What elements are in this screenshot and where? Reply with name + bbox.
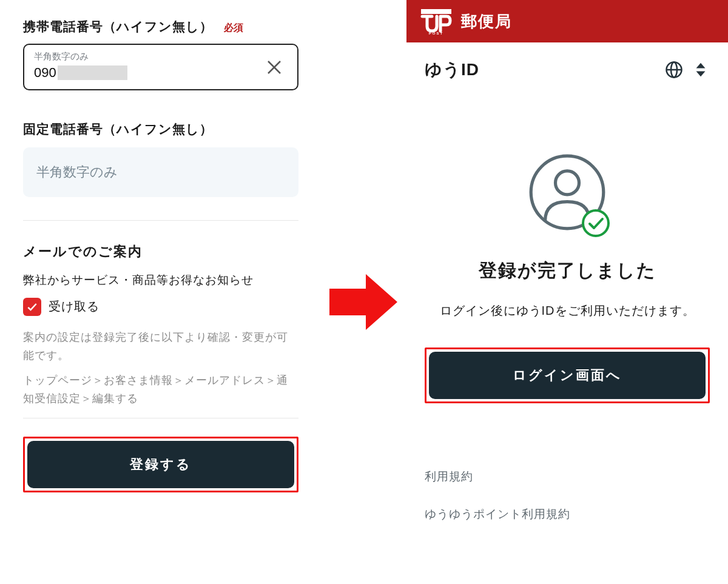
landline-label: 固定電話番号（ハイフン無し） (23, 121, 213, 138)
login-button[interactable]: ログイン画面へ (429, 352, 706, 399)
footer-link-terms[interactable]: 利用規約 (425, 458, 710, 495)
footer-links: 利用規約 ゆうゆうポイント利用規約 (406, 458, 728, 533)
svg-point-11 (556, 171, 579, 195)
mobile-field-row: 携帯電話番号（ハイフン無し） 必須 (23, 18, 298, 35)
checkbox-row: 受け取る (23, 298, 298, 316)
mail-subtext: 弊社からサービス・商品等お得なお知らせ (23, 272, 298, 289)
mobile-input-value-row: 090 (34, 65, 288, 81)
jp-header-title: 郵便局 (461, 11, 512, 32)
divider-2 (23, 418, 298, 418)
flow-arrow-icon (329, 274, 397, 330)
jp-header: POST 郵便局 (406, 0, 728, 42)
success-avatar (528, 153, 607, 234)
landline-field-row: 固定電話番号（ハイフン無し） (23, 121, 298, 138)
success-check-icon (581, 209, 610, 238)
jp-post-logo-icon: POST (420, 8, 453, 35)
mail-section-title: メールでのご案内 (23, 243, 298, 261)
footer-link-points-terms[interactable]: ゆうゆうポイント利用規約 (425, 495, 710, 533)
receive-checkbox[interactable] (23, 298, 41, 316)
divider (23, 220, 298, 221)
checkbox-label: 受け取る (49, 298, 99, 315)
subheader-title: ゆうID (425, 58, 479, 81)
svg-marker-8 (696, 63, 706, 69)
success-block: 登録が完了しました ログイン後にゆうIDをご利用いただけます。 ログイン画面へ (406, 92, 728, 403)
svg-marker-9 (696, 72, 706, 77)
form-screen: 携帯電話番号（ハイフン無し） 必須 半角数字のみ 090 固定電話番号（ハイフン… (0, 0, 322, 584)
language-icon[interactable] (665, 61, 683, 79)
mobile-input-hint: 半角数字のみ (34, 51, 288, 62)
svg-rect-3 (421, 9, 451, 14)
register-button-highlight: 登録する (23, 437, 298, 492)
note-1: 案内の設定は登録完了後に以下より確認・変更が可能です。 (23, 328, 298, 365)
register-button[interactable]: 登録する (27, 441, 294, 488)
masked-portion (58, 65, 127, 80)
login-button-highlight: ログイン画面へ (425, 347, 710, 403)
clear-input-icon[interactable] (262, 55, 286, 79)
mobile-input[interactable]: 半角数字のみ 090 (23, 44, 298, 90)
landline-placeholder: 半角数字のみ (36, 164, 118, 180)
svg-point-12 (583, 210, 608, 236)
success-title: 登録が完了しました (425, 258, 710, 283)
svg-marker-2 (329, 274, 397, 330)
note-2: トップページ＞お客さま情報＞メールアドレス＞通知受信設定＞編集する (23, 371, 298, 408)
mobile-input-value: 090 (34, 65, 56, 81)
svg-text:POST: POST (429, 32, 443, 35)
success-subtitle: ログイン後にゆうIDをご利用いただけます。 (425, 299, 710, 322)
landline-input[interactable]: 半角数字のみ (23, 147, 298, 197)
mobile-label: 携帯電話番号（ハイフン無し） (23, 18, 213, 35)
required-badge: 必須 (224, 22, 243, 35)
expand-collapse-icon[interactable] (692, 61, 710, 79)
subheader: ゆうID (406, 42, 728, 92)
subheader-icons (665, 61, 710, 79)
confirmation-screen: POST 郵便局 ゆうID (406, 0, 728, 584)
